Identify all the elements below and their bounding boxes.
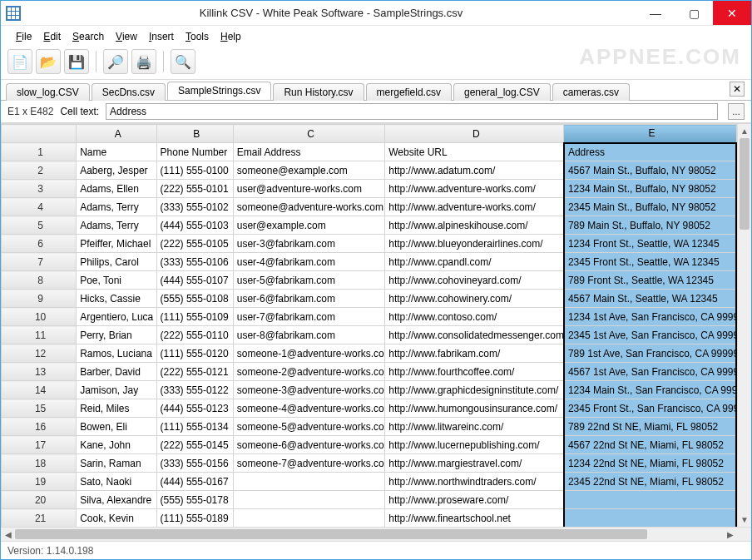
cell[interactable]: (111) 555-0189 bbox=[156, 509, 233, 528]
cell[interactable]: (111) 555-0109 bbox=[156, 308, 233, 326]
cell[interactable]: (111) 555-0120 bbox=[156, 344, 233, 363]
cell[interactable]: 4567 Main St., Seattle, WA 12345 bbox=[564, 290, 736, 308]
row-header[interactable]: 7 bbox=[2, 253, 77, 271]
row-header[interactable]: 9 bbox=[2, 290, 77, 308]
cell[interactable]: 2345 22nd St NE, Miami, FL 98052 bbox=[564, 473, 736, 491]
cell[interactable]: someone-4@adventure-works.com bbox=[233, 399, 384, 418]
cell[interactable]: 2345 Main St., Buffalo, NY 98052 bbox=[564, 198, 736, 216]
cell[interactable] bbox=[233, 509, 384, 528]
row-header[interactable]: 14 bbox=[2, 381, 77, 399]
cell[interactable]: Adams, Terry bbox=[77, 216, 156, 235]
menu-help[interactable]: Help bbox=[215, 29, 246, 44]
cell[interactable]: http://www.adatum.com/ bbox=[385, 161, 564, 180]
row-header[interactable]: 6 bbox=[2, 235, 77, 253]
cell[interactable]: Sarin, Raman bbox=[77, 454, 156, 473]
print-preview-button[interactable]: 🔎 bbox=[103, 49, 128, 74]
new-button[interactable]: 📄 bbox=[7, 49, 32, 74]
cell[interactable]: 789 22nd St NE, Miami, FL 98052 bbox=[564, 418, 736, 436]
cell[interactable]: http://www.graphicdesigninstitute.com/ bbox=[385, 381, 564, 399]
cell[interactable] bbox=[233, 491, 384, 509]
open-button[interactable]: 📂 bbox=[36, 49, 61, 74]
cell[interactable]: user-7@fabrikam.com bbox=[233, 308, 384, 326]
column-header[interactable]: D bbox=[385, 125, 564, 143]
column-header[interactable]: C bbox=[233, 125, 384, 143]
row-header[interactable]: 17 bbox=[2, 436, 77, 454]
cell[interactable] bbox=[564, 491, 736, 509]
cell[interactable]: Jamison, Jay bbox=[77, 381, 156, 399]
cell[interactable]: user-6@fabrikam.com bbox=[233, 290, 384, 308]
cell[interactable]: someone-6@adventure-works.com bbox=[233, 436, 384, 454]
row-header[interactable]: 10 bbox=[2, 308, 77, 326]
cell[interactable]: (333) 555-0122 bbox=[156, 381, 233, 399]
row-header[interactable]: 12 bbox=[2, 344, 77, 363]
row-header[interactable]: 11 bbox=[2, 326, 77, 344]
scroll-up-icon[interactable]: ▲ bbox=[738, 124, 751, 138]
cell[interactable]: (333) 555-0102 bbox=[156, 198, 233, 216]
find-button[interactable]: 🔍 bbox=[171, 49, 195, 74]
cell[interactable]: someone@adventure-works.com bbox=[233, 198, 384, 216]
cell[interactable]: 2345 Front St., San Francisco, CA 99999 bbox=[564, 399, 736, 418]
minimize-button[interactable]: — bbox=[636, 1, 675, 25]
cell[interactable]: someone-1@adventure-works.com bbox=[233, 344, 384, 363]
menu-file[interactable]: File bbox=[11, 29, 37, 44]
row-header[interactable]: 15 bbox=[2, 399, 77, 418]
save-button[interactable]: 💾 bbox=[64, 49, 89, 74]
cell[interactable]: Hicks, Cassie bbox=[77, 290, 156, 308]
cell[interactable]: Name bbox=[77, 143, 156, 161]
row-header[interactable]: 13 bbox=[2, 363, 77, 381]
cell[interactable]: 4567 1st Ave, San Francisco, CA 99999 bbox=[564, 363, 736, 381]
cell-text-input[interactable] bbox=[106, 103, 718, 120]
cell[interactable]: 1234 Main St., San Francisco, CA 99999 bbox=[564, 381, 736, 399]
menu-search[interactable]: Search bbox=[67, 29, 109, 44]
vertical-scroll-track[interactable] bbox=[738, 138, 751, 513]
cell[interactable]: Perry, Brian bbox=[77, 326, 156, 344]
cell[interactable]: Adams, Terry bbox=[77, 198, 156, 216]
close-button[interactable]: ✕ bbox=[713, 1, 751, 25]
cell[interactable]: Pfeiffer, Michael bbox=[77, 235, 156, 253]
row-header[interactable]: 18 bbox=[2, 454, 77, 473]
cell[interactable]: (555) 555-0108 bbox=[156, 290, 233, 308]
cell[interactable]: (222) 555-0121 bbox=[156, 363, 233, 381]
menu-view[interactable]: View bbox=[111, 29, 142, 44]
cell[interactable]: Bowen, Eli bbox=[77, 418, 156, 436]
cell[interactable]: 1234 22nd St NE, Miami, FL 98052 bbox=[564, 454, 736, 473]
horizontal-scroll-track[interactable] bbox=[15, 528, 723, 541]
file-tab[interactable]: SecDns.csv bbox=[92, 83, 166, 101]
row-header[interactable]: 19 bbox=[2, 473, 77, 491]
cell[interactable]: http://www.cpandl.com/ bbox=[385, 253, 564, 271]
vertical-scrollbar[interactable]: ▲ ▼ bbox=[737, 124, 751, 527]
cell[interactable]: 789 1st Ave, San Francisco, CA 99999 bbox=[564, 344, 736, 363]
scroll-left-icon[interactable]: ◀ bbox=[1, 528, 15, 541]
column-header[interactable]: B bbox=[156, 125, 233, 143]
cell[interactable]: Barber, David bbox=[77, 363, 156, 381]
cell[interactable]: 789 Main St., Buffalo, NY 98052 bbox=[564, 216, 736, 235]
cell[interactable]: user-5@fabrikam.com bbox=[233, 271, 384, 290]
cell[interactable]: http://www.blueyonderairlines.com/ bbox=[385, 235, 564, 253]
cell[interactable]: Poe, Toni bbox=[77, 271, 156, 290]
tab-close-button[interactable]: ✕ bbox=[730, 82, 745, 97]
spreadsheet-grid[interactable]: ABCDE 1NamePhone NumberEmail AddressWebs… bbox=[1, 124, 737, 527]
cell[interactable]: (444) 555-0103 bbox=[156, 216, 233, 235]
cell[interactable]: Argentiero, Luca bbox=[77, 308, 156, 326]
horizontal-scrollbar[interactable]: ◀ ▶ bbox=[1, 527, 751, 541]
cell[interactable]: Email Address bbox=[233, 143, 384, 161]
cell[interactable]: (111) 555-0134 bbox=[156, 418, 233, 436]
cell[interactable] bbox=[564, 509, 736, 528]
cell[interactable]: (222) 555-0105 bbox=[156, 235, 233, 253]
file-tab[interactable]: general_log.CSV bbox=[453, 83, 551, 101]
cell[interactable]: Kane, John bbox=[77, 436, 156, 454]
cell[interactable]: Aaberg, Jesper bbox=[77, 161, 156, 180]
row-header[interactable]: 5 bbox=[2, 216, 77, 235]
cell[interactable]: http://www.northwindtraders.com/ bbox=[385, 473, 564, 491]
column-header[interactable]: A bbox=[77, 125, 156, 143]
cell[interactable]: Silva, Alexandre bbox=[77, 491, 156, 509]
cell[interactable]: someone-3@adventure-works.com bbox=[233, 381, 384, 399]
expand-cell-button[interactable]: … bbox=[728, 103, 745, 120]
row-header[interactable]: 16 bbox=[2, 418, 77, 436]
cell[interactable]: someone@example.com bbox=[233, 161, 384, 180]
cell[interactable]: http://www.margiestravel.com/ bbox=[385, 454, 564, 473]
row-header[interactable]: 1 bbox=[2, 143, 77, 161]
horizontal-scroll-thumb[interactable] bbox=[15, 529, 647, 539]
row-header[interactable]: 3 bbox=[2, 180, 77, 198]
cell[interactable]: (111) 555-0100 bbox=[156, 161, 233, 180]
